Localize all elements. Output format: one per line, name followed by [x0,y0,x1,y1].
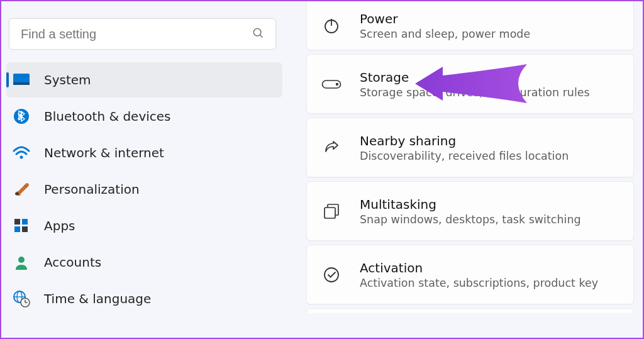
svg-rect-8 [22,219,28,225]
display-icon [13,73,30,87]
settings-card-storage[interactable]: Storage Storage space, drives, configura… [306,54,634,114]
card-title: Nearby sharing [360,133,569,148]
card-subtitle: Discoverability, received files location [360,150,569,162]
sidebar-item-label: System [44,72,91,87]
search-container [6,11,282,62]
svg-line-1 [260,35,263,38]
clock-globe-icon [13,290,30,308]
card-subtitle: Activation state, subscriptions, product… [360,277,598,289]
svg-rect-7 [14,219,20,225]
search-icon [252,26,264,42]
card-text: Nearby sharing Discoverability, received… [360,133,569,162]
nav-list: System Bluetooth & devices Network & int… [6,62,282,316]
card-text: Power Screen and sleep, power mode [360,11,530,40]
bluetooth-icon [13,108,30,125]
card-text: Storage Storage space, drives, configura… [360,70,590,99]
sidebar-item-accounts[interactable]: Accounts [6,245,282,280]
settings-card-nearby-sharing[interactable]: Nearby sharing Discoverability, received… [306,118,634,177]
card-title: Multitasking [360,197,581,212]
card-subtitle: Snap windows, desktops, task switching [360,213,581,226]
svg-point-6 [15,192,19,196]
card-subtitle: Storage space, drives, configuration rul… [360,86,590,99]
sidebar-item-label: Time & language [44,291,151,306]
sidebar-item-time-language[interactable]: Time & language [6,281,282,316]
card-sliver [306,308,634,313]
svg-rect-10 [22,226,28,232]
account-icon [13,255,30,270]
card-text: Multitasking Snap windows, desktops, tas… [360,197,581,226]
checkmark-circle-icon [321,266,342,284]
svg-point-11 [18,257,25,263]
svg-point-5 [20,156,23,159]
sidebar-item-label: Network & internet [44,145,164,160]
sidebar-item-label: Personalization [44,182,140,197]
svg-point-21 [336,83,338,85]
apps-icon [13,218,30,233]
search-box[interactable] [9,18,276,50]
settings-card-multitasking[interactable]: Multitasking Snap windows, desktops, tas… [306,181,634,241]
main-panel: Power Screen and sleep, power mode Stora… [287,1,643,338]
sidebar-item-network[interactable]: Network & internet [6,135,282,170]
power-icon [321,17,342,35]
svg-rect-9 [14,226,20,232]
paintbrush-icon [13,181,30,197]
card-title: Activation [360,260,598,275]
storage-icon [321,79,342,90]
sidebar-item-apps[interactable]: Apps [6,208,282,243]
sidebar-item-label: Bluetooth & devices [44,109,171,124]
svg-point-0 [253,28,261,36]
sidebar-item-label: Accounts [44,255,101,270]
share-icon [321,139,342,157]
card-title: Power [360,11,530,26]
sidebar: System Bluetooth & devices Network & int… [1,1,287,338]
sidebar-item-system[interactable]: System [6,62,282,97]
svg-point-23 [325,268,338,282]
settings-card-activation[interactable]: Activation Activation state, subscriptio… [306,245,634,304]
settings-card-power[interactable]: Power Screen and sleep, power mode [306,1,634,50]
sidebar-item-personalization[interactable]: Personalization [6,172,282,207]
card-subtitle: Screen and sleep, power mode [360,28,530,40]
sidebar-item-label: Apps [44,218,75,233]
svg-rect-22 [325,208,335,218]
sidebar-item-bluetooth[interactable]: Bluetooth & devices [6,99,282,134]
card-text: Activation Activation state, subscriptio… [360,260,598,289]
multitasking-icon [321,203,342,220]
card-title: Storage [360,70,590,85]
svg-rect-3 [13,82,30,85]
wifi-icon [13,146,30,160]
search-input[interactable] [21,27,252,42]
